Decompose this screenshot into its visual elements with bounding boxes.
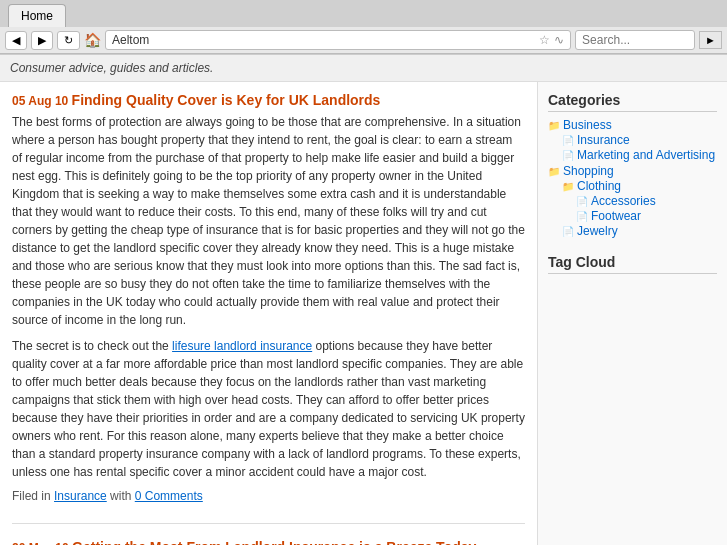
folder-icon-marketing: 📄 [562, 150, 574, 161]
business-link[interactable]: 📁 Business [548, 118, 717, 132]
tag-cloud-section: Tag Cloud [548, 254, 717, 274]
tag-cloud-title: Tag Cloud [548, 254, 717, 274]
category-clothing: 📁 Clothing 📄 Accessories [562, 179, 717, 223]
address-text: Aeltom [112, 33, 535, 47]
tagline-bar: Consumer advice, guides and articles. [0, 54, 727, 82]
feed-icon[interactable]: ∿ [554, 33, 564, 47]
article-divider [12, 523, 525, 524]
go-button[interactable]: ► [699, 31, 722, 49]
article-2: 20 May 10 Getting the Most From Landlord… [12, 539, 525, 545]
browser-tab-bar: Home [0, 0, 727, 27]
browser-toolbar: ◀ ▶ ↻ 🏠 Aeltom ☆ ∿ ► [0, 27, 727, 54]
address-bar[interactable]: Aeltom ☆ ∿ [105, 30, 571, 50]
article-1: 05 Aug 10 Finding Quality Cover is Key f… [12, 92, 525, 503]
folder-icon-shopping: 📁 [548, 166, 560, 177]
clothing-subcategory-list: 📄 Accessories 📄 Footwear [576, 194, 717, 223]
sidebar: Categories 📁 Business 📄 Insurance [537, 82, 727, 545]
search-input[interactable] [575, 30, 695, 50]
page-layout: 05 Aug 10 Finding Quality Cover is Key f… [0, 82, 727, 545]
marketing-cat-link[interactable]: 📄 Marketing and Advertising [562, 148, 717, 162]
article-2-title: Getting the Most From Landlord Insurance… [72, 539, 476, 545]
shopping-subcategory-list: 📁 Clothing 📄 Accessories [562, 179, 717, 238]
star-icon[interactable]: ☆ [539, 33, 550, 47]
refresh-button[interactable]: ↻ [57, 31, 80, 50]
category-shopping: 📁 Shopping 📁 Clothing [548, 164, 717, 238]
category-jewelry: 📄 Jewelry [562, 224, 717, 238]
tagline-text: Consumer advice, guides and articles. [10, 61, 213, 75]
category-insurance: 📄 Insurance [562, 133, 717, 147]
category-footwear: 📄 Footwear [576, 209, 717, 223]
home-icon[interactable]: 🏠 [84, 32, 101, 48]
insurance-link[interactable]: Insurance [54, 489, 107, 503]
shopping-link[interactable]: 📁 Shopping [548, 164, 717, 178]
folder-icon-business: 📁 [548, 120, 560, 131]
folder-icon-jewelry: 📄 [562, 226, 574, 237]
category-accessories: 📄 Accessories [576, 194, 717, 208]
accessories-link[interactable]: 📄 Accessories [576, 194, 717, 208]
forward-button[interactable]: ▶ [31, 31, 53, 50]
article-1-date: 05 Aug 10 [12, 94, 72, 108]
business-subcategory-list: 📄 Insurance 📄 Marketing and Advertising [562, 133, 717, 162]
article-1-title: Finding Quality Cover is Key for UK Land… [72, 92, 381, 108]
folder-icon-accessories: 📄 [576, 196, 588, 207]
article-1-header: 05 Aug 10 Finding Quality Cover is Key f… [12, 92, 525, 108]
article-1-body: The best forms of protection are always … [12, 113, 525, 481]
categories-title: Categories [548, 92, 717, 112]
back-button[interactable]: ◀ [5, 31, 27, 50]
insurance-cat-link[interactable]: 📄 Insurance [562, 133, 717, 147]
browser-tab[interactable]: Home [8, 4, 66, 27]
categories-section: Categories 📁 Business 📄 Insurance [548, 92, 717, 238]
article-1-para-1: The best forms of protection are always … [12, 113, 525, 329]
folder-icon-clothing: 📁 [562, 181, 574, 192]
category-list: 📁 Business 📄 Insurance 📄 [548, 118, 717, 238]
clothing-link[interactable]: 📁 Clothing [562, 179, 717, 193]
folder-icon-insurance: 📄 [562, 135, 574, 146]
article-1-para-2: The secret is to check out the lifesure … [12, 337, 525, 481]
jewelry-link[interactable]: 📄 Jewelry [562, 224, 717, 238]
article-1-filed: Filed in Insurance with 0 Comments [12, 489, 525, 503]
lifesure-link[interactable]: lifesure landlord insurance [172, 339, 312, 353]
folder-icon-footwear: 📄 [576, 211, 588, 222]
category-marketing: 📄 Marketing and Advertising [562, 148, 717, 162]
footwear-link[interactable]: 📄 Footwear [576, 209, 717, 223]
article-2-date: 20 May 10 [12, 541, 72, 545]
main-content: 05 Aug 10 Finding Quality Cover is Key f… [0, 82, 537, 545]
comments-link[interactable]: 0 Comments [135, 489, 203, 503]
article-2-header: 20 May 10 Getting the Most From Landlord… [12, 539, 525, 545]
category-business: 📁 Business 📄 Insurance 📄 [548, 118, 717, 162]
